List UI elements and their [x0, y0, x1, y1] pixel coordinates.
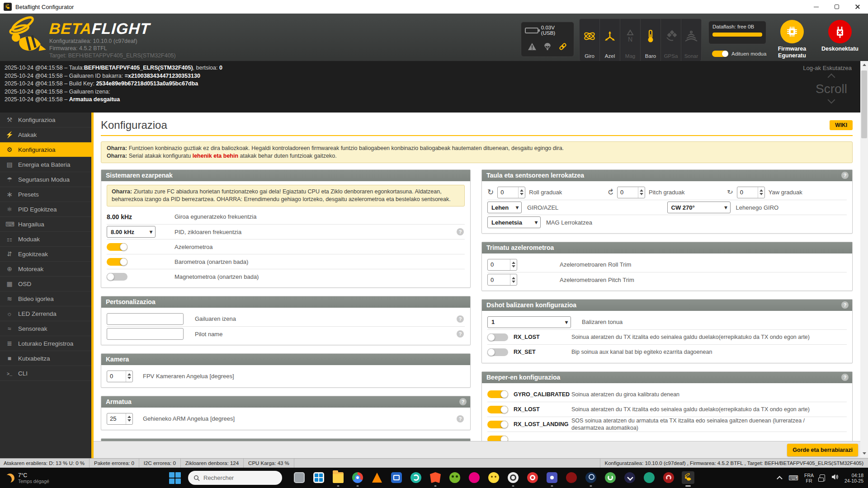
arm-angle-stepper[interactable]: 25 — [107, 413, 133, 425]
taskbar-app-vlc[interactable] — [371, 471, 383, 484]
camera-angle-stepper[interactable]: 0 — [107, 371, 133, 382]
disconnect-button[interactable]: Deskonektatu — [819, 20, 861, 52]
scroll-down-button[interactable] — [860, 450, 868, 457]
help-icon[interactable]: ? — [457, 415, 464, 422]
help-icon[interactable]: ? — [457, 315, 464, 323]
sidebar-item-osd[interactable]: OSD — [0, 277, 91, 291]
sidebar-item-receiver[interactable]: Hargailua — [0, 217, 91, 232]
pilot-name-input[interactable] — [107, 328, 184, 340]
accelerometer-toggle[interactable] — [107, 243, 127, 251]
craft-name-input[interactable] — [107, 313, 184, 325]
help-icon[interactable]: ? — [459, 398, 467, 405]
help-icon[interactable]: ? — [841, 301, 849, 309]
beacon-tone-select[interactable]: 1 — [487, 316, 571, 328]
update-firmware-button[interactable]: Firmwarea Eguneratu — [771, 20, 813, 59]
save-and-reboot-button[interactable]: Gorde eta berrabiarazi — [787, 444, 858, 456]
sidebar-item-ports[interactable]: Atakak — [0, 127, 91, 142]
wiki-button[interactable]: WIKI — [830, 120, 853, 130]
roll-degrees-stepper[interactable]: 0 — [497, 187, 525, 198]
vertical-scrollbar[interactable] — [860, 61, 868, 457]
taskbar-app-openmoji[interactable] — [448, 471, 461, 484]
taskbar-app-chatgpt[interactable] — [507, 471, 519, 484]
sidebar-item-video-transmitter[interactable]: Bideo igorlea — [0, 291, 91, 306]
acc-roll-trim-stepper[interactable]: 0 — [487, 259, 517, 271]
sidebar-nav: Konfigurazioa Atakak Konfigurazioa Energ… — [0, 113, 91, 458]
first-gyro-select[interactable]: CW 270° — [667, 202, 731, 213]
language-switcher[interactable]: FRA FR — [804, 473, 814, 483]
beeper-toggle[interactable] — [487, 436, 508, 441]
gyro-acc-align-select[interactable]: Lehen — [487, 202, 522, 213]
minimize-button[interactable] — [806, 0, 826, 14]
taskbar-app-ms-store[interactable] — [312, 471, 325, 484]
taskbar-app-navy[interactable] — [623, 471, 636, 484]
waveform-icon — [5, 325, 14, 332]
taskbar-app-ubuntu[interactable] — [604, 471, 617, 484]
cycle-time-status: Zikloaren denbora: 124 — [181, 459, 244, 468]
help-icon[interactable]: ? — [457, 228, 464, 235]
beeper-rx-lost-toggle[interactable] — [487, 406, 508, 413]
sidebar-item-blackbox[interactable]: Kutxabeltza — [0, 351, 91, 366]
help-icon[interactable]: ? — [457, 330, 464, 338]
scroll-up-button[interactable] — [860, 61, 868, 69]
taskbar-app-file-explorer[interactable] — [332, 471, 344, 484]
cpu-load-status: CPU Karga: 43 % — [244, 459, 294, 468]
sidebar-item-adjustments[interactable]: Egokitzeak — [0, 247, 91, 262]
windows-start-button[interactable] — [169, 472, 181, 484]
hide-logs-link[interactable]: Log-ak Eskutatzea — [803, 65, 852, 71]
dshot-rx-lost-toggle[interactable] — [487, 333, 508, 341]
sidebar-item-power-battery[interactable]: Energia eta Bateria — [0, 157, 91, 172]
sidebar-item-cli[interactable]: CLI — [0, 366, 91, 381]
log-scroll-widget[interactable]: Scroll — [816, 74, 847, 104]
speaker-icon[interactable] — [831, 473, 839, 483]
taskbar-app-teal[interactable] — [643, 471, 656, 484]
sidebar-item-setup[interactable]: Konfigurazioa — [0, 113, 91, 127]
taskbar-app-emoji[interactable] — [487, 471, 500, 484]
acc-pitch-trim-stepper[interactable]: 0 — [487, 274, 517, 286]
barometer-toggle[interactable] — [107, 258, 127, 266]
sidebar-item-presets[interactable]: Presets — [0, 187, 91, 202]
pitch-degrees-stepper[interactable]: 0 — [617, 187, 645, 198]
taskbar-app-copilot[interactable] — [410, 471, 422, 484]
weather-widget[interactable]: 7°C Temps dégagé — [5, 472, 49, 484]
help-icon[interactable]: ? — [841, 374, 849, 381]
taskbar-search[interactable]: Rechercher — [188, 471, 282, 485]
pid-frequency-select[interactable]: 8.00 kHz — [107, 226, 156, 238]
sidebar-item-pid-tuning[interactable]: PID Egokitzea — [0, 202, 91, 217]
taskbar-app-brave[interactable] — [429, 471, 442, 484]
mag-align-select[interactable]: Lehenetsia — [487, 216, 541, 228]
scrollbar-thumb[interactable] — [861, 70, 867, 138]
expert-mode-toggle[interactable] — [712, 51, 728, 57]
help-icon[interactable]: ? — [841, 172, 849, 179]
sidebar-item-modes[interactable]: Moduak — [0, 232, 91, 247]
tray-overflow-icon[interactable] — [777, 476, 783, 482]
sidebar-item-tethered-logging[interactable]: Loturako Erregistroa — [0, 336, 91, 351]
taskbar-app-dark-red[interactable] — [565, 471, 578, 484]
taskbar-app-betaflight[interactable] — [682, 471, 694, 484]
taskbar-app-magenta[interactable] — [468, 471, 481, 484]
sensor-barometer: Baro — [641, 19, 660, 61]
beeper-gyro-calibrated-toggle[interactable] — [487, 390, 508, 398]
yaw-degrees-stepper[interactable]: 0 — [737, 187, 765, 198]
close-button[interactable] — [847, 0, 868, 14]
keyboard-icon[interactable] — [788, 474, 798, 482]
maximize-button[interactable] — [826, 0, 847, 14]
sidebar-item-motors[interactable]: Motoreak — [0, 262, 91, 277]
magnetometer-toggle[interactable] — [107, 273, 127, 281]
sidebar-item-sensors[interactable]: Sensoreak — [0, 321, 91, 336]
beeper-rx-lost-landing-toggle[interactable] — [487, 421, 508, 428]
taskbar-app-red-swirl[interactable] — [662, 471, 675, 484]
phone-link-icon[interactable] — [820, 474, 825, 481]
dshot-rx-set-toggle[interactable] — [487, 348, 508, 356]
taskbar-app-teams[interactable] — [546, 471, 558, 484]
sidebar-item-configuration[interactable]: Konfigurazioa — [0, 142, 91, 157]
taskbar-app-window[interactable] — [293, 471, 306, 484]
sidebar-item-failsafe[interactable]: Segurtasun Modua — [0, 172, 91, 187]
taskbar-app-red-ring[interactable] — [526, 471, 539, 484]
sidebar-item-led-strip[interactable]: LED Zerrenda — [0, 306, 91, 321]
scrollbar-track[interactable] — [860, 69, 868, 450]
sensor-gps: GPSa — [661, 19, 681, 61]
clock[interactable]: 04:18 24-10-25 — [844, 473, 863, 483]
taskbar-app-chrome[interactable] — [351, 471, 364, 484]
taskbar-app-steam[interactable] — [585, 471, 597, 484]
taskbar-app-blue[interactable] — [390, 471, 403, 484]
